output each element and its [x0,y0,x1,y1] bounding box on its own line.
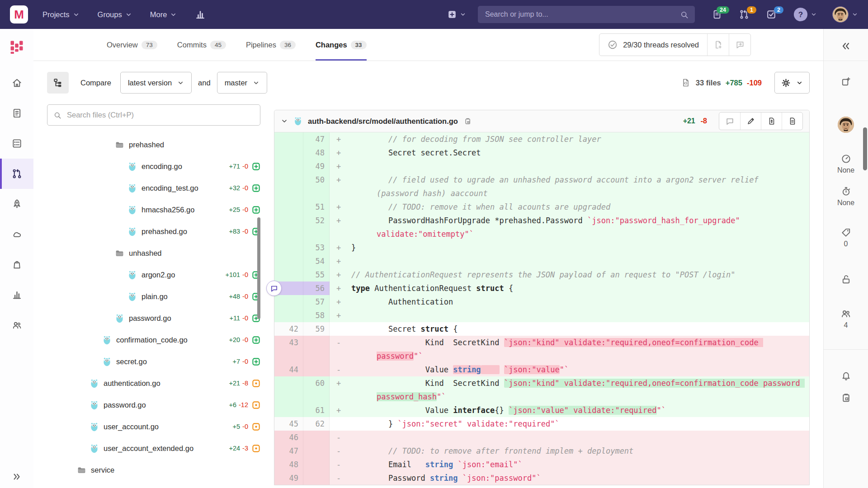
old-line-number[interactable] [274,404,303,417]
tree-file-prehashed.go[interactable]: prehashed.go+83-0 [47,221,260,242]
old-line-number[interactable]: 49 [274,471,303,485]
tab-commits[interactable]: Commits 45 [177,29,226,61]
labels-button[interactable] [841,227,851,238]
new-line-number[interactable] [303,336,330,363]
tree-scrollbar[interactable] [257,217,260,319]
old-line-number[interactable]: 43 [274,336,303,363]
file-search-input[interactable] [66,110,254,120]
diff-file-path[interactable]: auth-backend/src/model/authentication.go [308,117,458,126]
copy-path-button[interactable] [463,117,472,125]
old-line-number[interactable]: 42 [274,322,303,336]
tree-file-encoding_test.go[interactable]: encoding_test.go+32-0 [47,177,260,199]
sidebar-collapse-button[interactable] [840,41,851,52]
tree-file-user_account.go[interactable]: user_account.go+5-0 [47,416,260,437]
old-line-number[interactable] [274,309,303,322]
new-line-number[interactable] [303,363,330,376]
nav-menu-projects[interactable]: Projects [42,10,80,19]
copy-reference-button[interactable] [841,393,851,403]
todos-button[interactable]: 2 [766,9,776,19]
new-line-number[interactable] [303,471,330,485]
old-line-number[interactable] [274,214,303,241]
lock-button[interactable] [841,274,851,285]
assignee-avatar[interactable] [838,117,854,133]
tree-file-argon2.go[interactable]: argon2.go+101-0 [47,264,260,286]
old-line-number[interactable]: 45 [274,417,303,431]
old-line-number[interactable] [274,173,303,200]
new-line-number[interactable]: 60 [303,376,330,404]
file-tree-toggle-button[interactable] [47,72,69,94]
global-search-input[interactable] [484,10,680,19]
old-line-number[interactable] [274,132,303,146]
new-line-number[interactable]: 47 [303,132,330,146]
new-line-number[interactable]: 54 [303,254,330,268]
old-line-number[interactable] [274,146,303,160]
tree-file-confirmation_code.go[interactable]: confirmation_code.go+20-0 [47,329,260,351]
new-line-number[interactable] [303,431,330,444]
nav-menu-groups[interactable]: Groups [98,10,132,19]
toggle-file-view-button[interactable] [761,113,782,130]
edit-file-button[interactable] [740,113,761,130]
gitlab-logo[interactable]: M [10,5,28,23]
participants-button[interactable] [840,308,851,319]
metrics-chart-button[interactable] [195,9,206,20]
comment-thread-bubble[interactable] [266,281,282,296]
project-avatar[interactable] [9,39,25,55]
page-scrollbar[interactable] [863,127,867,170]
new-line-number[interactable]: 55 [303,268,330,282]
milestone-button[interactable] [841,154,851,164]
issues-button[interactable]: 24 [712,9,722,19]
sidebar-item-packages[interactable] [0,249,33,280]
notifications-button[interactable] [841,371,851,381]
sidebar-item-overview[interactable] [0,68,33,98]
toggle-comments-button[interactable] [719,113,740,130]
old-line-number[interactable]: 46 [274,431,303,444]
nav-menu-more[interactable]: More [150,10,177,19]
tree-file-user_account_extended.go[interactable]: user_account_extended.go+24-3 [47,437,260,459]
resolve-with-issue-button[interactable] [707,34,729,56]
sidebar-expand-button[interactable] [0,472,33,482]
new-line-number[interactable]: 61 [303,404,330,417]
new-line-number[interactable]: 50 [303,173,330,200]
sidebar-item-merge-requests[interactable] [0,159,33,189]
tab-pipelines[interactable]: Pipelines 36 [246,29,296,61]
tab-overview[interactable]: Overview 73 [107,29,157,61]
old-line-number[interactable] [274,160,303,173]
sidebar-item-repository[interactable] [0,98,33,128]
add-todo-button[interactable] [841,76,851,87]
tree-file-password.go[interactable]: password.go+11-0 [47,307,260,329]
tree-file-hmacsha256.go[interactable]: hmacsha256.go+25-0 [47,199,260,221]
old-line-number[interactable] [274,268,303,282]
new-line-number[interactable]: 62 [303,417,330,431]
old-line-number[interactable] [274,376,303,404]
new-line-number[interactable]: 51 [303,200,330,214]
view-file-button[interactable] [782,113,802,130]
new-line-number[interactable]: 53 [303,241,330,254]
new-line-number[interactable]: 58 [303,309,330,322]
old-line-number[interactable]: 44 [274,363,303,376]
sidebar-item-issues[interactable] [0,128,33,159]
tree-folder-service[interactable]: service [47,459,260,477]
help-menu-button[interactable] [793,7,817,22]
diff-settings-button[interactable] [774,72,810,94]
time-tracking-button[interactable] [841,186,851,197]
sidebar-item-members[interactable] [0,310,33,340]
new-line-number[interactable]: 56 [303,282,330,295]
threads-resolved-button[interactable]: 29/30 threads resolved [599,34,707,56]
tree-file-encoding.go[interactable]: encoding.go+71-0 [47,155,260,177]
new-line-number[interactable]: 49 [303,160,330,173]
sidebar-item-operations[interactable] [0,219,33,249]
global-search[interactable] [478,6,695,23]
jump-to-next-thread-button[interactable] [729,34,750,56]
user-menu-button[interactable] [832,6,858,23]
file-search[interactable] [47,104,260,126]
tree-file-secret.go[interactable]: secret.go+7-0 [47,351,260,372]
tree-folder-prehashed[interactable]: prehashed [47,134,260,155]
new-line-number[interactable]: 52 [303,214,330,241]
old-line-number[interactable] [274,241,303,254]
tree-file-password.go[interactable]: password.go+6-12 [47,394,260,416]
sidebar-item-cicd[interactable] [0,189,33,219]
new-line-number[interactable]: 48 [303,146,330,160]
tab-changes[interactable]: Changes 33 [316,29,367,61]
old-line-number[interactable] [274,295,303,309]
tree-file-authentication.go[interactable]: authentication.go+21-8 [47,372,260,394]
